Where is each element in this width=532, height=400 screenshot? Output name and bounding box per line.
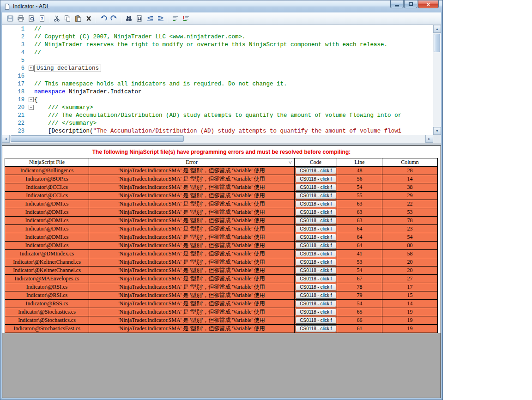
vertical-scroll-thumb[interactable] (434, 34, 440, 52)
error-code-button[interactable]: CS0118 - click f (296, 259, 336, 266)
column-header-line[interactable]: Line (337, 158, 382, 167)
error-row[interactable]: Indicator\@CCI.cs'NinjaTrader.Indicator.… (5, 192, 438, 200)
desktop: Indicator - ADL × ? 1//2// Copyright (C)… (0, 0, 532, 400)
scroll-down-button[interactable]: ▼ (433, 127, 441, 135)
error-row[interactable]: Indicator\@KeltnerChannel.cs'NinjaTrader… (5, 258, 438, 267)
error-code-button[interactable]: CS0118 - click f (296, 267, 336, 274)
error-code-button[interactable]: CS0118 - click f (296, 300, 336, 307)
error-row[interactable]: Indicator\@RSS.cs'NinjaTrader.Indicator.… (5, 300, 438, 308)
undo-icon[interactable] (98, 13, 109, 24)
delete-icon[interactable] (83, 13, 94, 24)
collapsed-region[interactable]: Using declarations (34, 65, 101, 72)
error-row[interactable]: Indicator\@StochasticsFast.cs'NinjaTrade… (5, 325, 438, 333)
print-preview-icon[interactable] (26, 13, 36, 24)
error-row[interactable]: Indicator\@Bollinger.cs'NinjaTrader.Indi… (5, 167, 438, 175)
scroll-left-button[interactable]: ◄ (2, 135, 10, 143)
line-number: 22 (2, 120, 28, 127)
line-cell: 48 (337, 167, 382, 175)
column-header-code[interactable]: Code (295, 158, 337, 167)
column-header-column[interactable]: Column (382, 158, 438, 167)
error-row[interactable]: Indicator\@CCI.cs'NinjaTrader.Indicator.… (5, 183, 438, 192)
properties-icon[interactable]: ? (36, 13, 47, 24)
error-row[interactable]: Indicator\@Stochastics.cs'NinjaTrader.In… (5, 316, 438, 325)
error-code-button[interactable]: CS0118 - click f (296, 275, 336, 282)
editor-horizontal-scrollbar[interactable]: ◄ ► (2, 135, 433, 143)
line-number: 5 (2, 57, 28, 64)
line-number: 18 (2, 89, 28, 95)
error-code-button[interactable]: CS0118 - click f (296, 209, 336, 216)
error-code-button[interactable]: CS0118 - click f (296, 200, 336, 207)
scroll-right-button[interactable]: ► (425, 135, 433, 143)
close-button[interactable]: × (418, 0, 439, 8)
error-row[interactable]: Indicator\@MAEnvelopes.cs'NinjaTrader.In… (5, 275, 438, 283)
toolbar-separator (121, 14, 121, 23)
replace-icon[interactable] (134, 13, 145, 24)
error-row[interactable]: Indicator\@DMI.cs'NinjaTrader.Indicator.… (5, 208, 438, 217)
error-row[interactable]: Indicator\@Stochastics.cs'NinjaTrader.In… (5, 308, 438, 316)
error-row[interactable]: Indicator\@BOP.cs'NinjaTrader.Indicator.… (5, 175, 438, 183)
title-bar[interactable]: Indicator - ADL × (0, 0, 442, 12)
error-row[interactable]: Indicator\@RSI.cs'NinjaTrader.Indicator.… (5, 283, 438, 291)
code-cell: CS0118 - click f (295, 308, 337, 316)
collapse-region-icon[interactable]: − (29, 105, 34, 110)
horizontal-scroll-track[interactable] (10, 135, 425, 143)
collapse-region-icon[interactable]: − (29, 97, 34, 102)
uncomment-selection-icon[interactable] (181, 13, 191, 24)
error-cell: 'NinjaTrader.Indicator.SMA' 是 '型別'，但卻當成 … (89, 175, 295, 183)
redo-icon[interactable] (109, 13, 119, 24)
column-cell: 14 (382, 175, 438, 183)
code-text: // (34, 26, 41, 32)
save-icon[interactable] (5, 13, 15, 24)
error-code-button[interactable]: CS0118 - click f (296, 184, 336, 191)
error-row[interactable]: Indicator\@DMI.cs'NinjaTrader.Indicator.… (5, 242, 438, 250)
expand-region-icon[interactable]: + (29, 66, 34, 71)
find-icon[interactable] (123, 13, 134, 24)
column-cell: 19 (382, 308, 438, 316)
error-code-button[interactable]: CS0118 - click f (296, 217, 336, 224)
column-header-error[interactable]: Error ▽ (89, 158, 295, 167)
error-code-button[interactable]: CS0118 - click f (296, 309, 336, 315)
file-cell: Indicator\@RSI.cs (5, 283, 89, 291)
editor-line: 3// NinjaTrader reserves the right to mo… (2, 41, 433, 48)
error-row[interactable]: Indicator\@DMI.cs'NinjaTrader.Indicator.… (5, 200, 438, 208)
indent-icon[interactable] (155, 13, 166, 24)
error-code-button[interactable]: CS0118 - click f (296, 284, 336, 291)
error-code-button[interactable]: CS0118 - click f (296, 317, 336, 324)
error-code-button[interactable]: CS0118 - click f (296, 292, 336, 299)
error-row[interactable]: Indicator\@DMI.cs'NinjaTrader.Indicator.… (5, 225, 438, 233)
outdent-icon[interactable] (145, 13, 155, 24)
error-row[interactable]: Indicator\@KeltnerChannel.cs'NinjaTrader… (5, 267, 438, 275)
file-cell: Indicator\@DMI.cs (5, 225, 89, 233)
error-row[interactable]: Indicator\@DMI.cs'NinjaTrader.Indicator.… (5, 233, 438, 242)
editor-vertical-scrollbar[interactable]: ▲ ▼ (433, 25, 441, 135)
compile-errors-panel: The following NinjaScript file(s) have p… (2, 145, 441, 398)
error-row[interactable]: Indicator\@DMI.cs'NinjaTrader.Indicator.… (5, 217, 438, 225)
comment-selection-icon[interactable] (170, 13, 181, 24)
vertical-scroll-track[interactable] (433, 33, 441, 127)
maximize-button[interactable] (404, 0, 417, 8)
error-code-button[interactable]: CS0118 - click f (296, 192, 336, 199)
error-code-button[interactable]: CS0118 - click f (296, 234, 336, 241)
error-row[interactable]: Indicator\@DMIndex.cs'NinjaTrader.Indica… (5, 250, 438, 258)
error-cell: 'NinjaTrader.Indicator.SMA' 是 '型別'，但卻當成 … (89, 267, 295, 275)
code-editor: 1//2// Copyright (C) 2007, NinjaTrader L… (2, 25, 441, 143)
column-header-file[interactable]: NinjaScript File (5, 158, 89, 167)
error-code-button[interactable]: CS0118 - click f (296, 325, 336, 332)
editor-line: 1// (2, 25, 433, 33)
copy-icon[interactable] (62, 13, 73, 24)
minimize-button[interactable] (390, 0, 404, 8)
scroll-up-button[interactable]: ▲ (433, 25, 441, 33)
fold-margin: − (28, 97, 34, 102)
horizontal-scroll-thumb[interactable] (11, 135, 184, 142)
error-row[interactable]: Indicator\@RSI.cs'NinjaTrader.Indicator.… (5, 291, 438, 300)
error-code-button[interactable]: CS0118 - click f (296, 167, 336, 174)
code-area[interactable]: 1//2// Copyright (C) 2007, NinjaTrader L… (2, 25, 433, 135)
column-cell: 58 (382, 250, 438, 258)
paste-icon[interactable] (73, 13, 83, 24)
cut-icon[interactable] (51, 13, 62, 24)
error-code-button[interactable]: CS0118 - click f (296, 225, 336, 232)
error-code-button[interactable]: CS0118 - click f (296, 250, 336, 257)
error-code-button[interactable]: CS0118 - click f (296, 242, 336, 249)
error-code-button[interactable]: CS0118 - click f (296, 176, 336, 182)
print-icon[interactable] (15, 13, 26, 24)
